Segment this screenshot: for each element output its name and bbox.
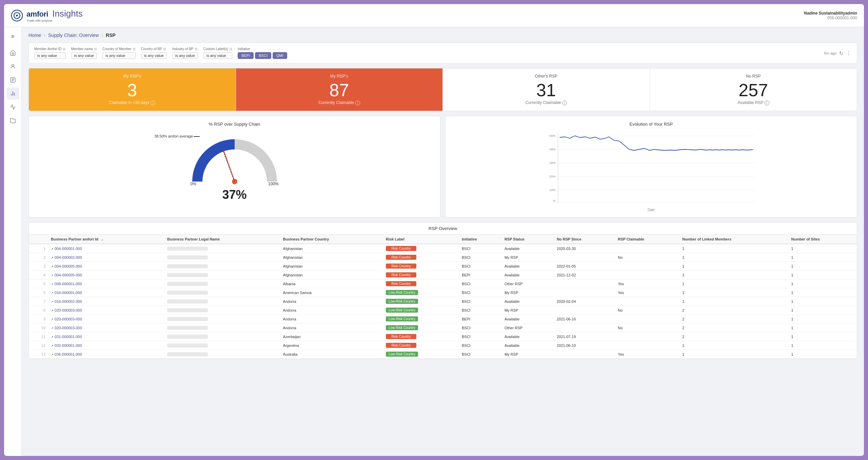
table-body: 1 ↗004-000001-000 Afghanistan Risk Count… — [29, 244, 857, 359]
bp-name — [164, 244, 280, 253]
table-row[interactable]: 8 ↗020-000003-000 Andorra Low-Risk Count… — [29, 306, 857, 315]
rsp-overview-table: RSP Overview Business Partner amfori Id … — [28, 222, 857, 359]
bp-id[interactable]: ↗036-000001-000 — [47, 350, 164, 359]
refresh-icon[interactable]: ↻ — [839, 50, 843, 56]
filter-value-country-bp[interactable]: is any value — [141, 52, 167, 59]
sidebar-item-reports[interactable] — [7, 74, 19, 86]
initiative-btn-qmi[interactable]: QMI — [273, 52, 287, 59]
no-rsp-since — [553, 253, 614, 262]
card-title-3: No RSP — [655, 74, 852, 79]
initiative-btn-bsci[interactable]: BSCI — [255, 52, 271, 59]
table-row[interactable]: 4 ↗004-000005-000 Afghanistan Risk Count… — [29, 271, 857, 279]
table-row[interactable]: 5 ↗008-000001-000 Albania Risk Country B… — [29, 279, 857, 288]
line-chart-card: Evolution of Your RSP 50% 40% 30% 20% 10… — [445, 116, 857, 217]
table-row[interactable]: 1 ↗004-000001-000 Afghanistan Risk Count… — [29, 244, 857, 253]
table-row[interactable]: 7 ↗016-000002-000 Andorra Low-Risk Count… — [29, 297, 857, 306]
svg-text:March: March — [595, 205, 602, 205]
rsp-status: Available — [501, 297, 553, 306]
filter-value-custom[interactable]: is any value — [203, 52, 232, 59]
sidebar-item-home[interactable] — [7, 47, 19, 59]
sidebar-toggle-button[interactable]: ≡ — [7, 30, 19, 43]
filter-value-country-member[interactable]: is any value — [102, 52, 136, 59]
svg-point-3 — [12, 64, 14, 66]
table-row[interactable]: 6 ↗016-000001-000 American Samoa Low-Ris… — [29, 288, 857, 297]
sidebar-item-analytics[interactable] — [7, 87, 19, 100]
risk-label: Risk Country — [382, 253, 458, 262]
col-bp-id[interactable]: Business Partner amfori Id ▲ — [47, 235, 164, 244]
filter-label-initiative: Initiative — [238, 47, 287, 51]
filter-link-icon-6: ⛓ — [229, 47, 232, 51]
sidebar-item-files[interactable] — [7, 114, 19, 127]
num-sites: 1 — [788, 315, 857, 323]
breadcrumb-supply-chain[interactable]: Supply Chain: Overview — [48, 33, 99, 38]
rsp-claimable — [614, 341, 679, 350]
filter-value-member-name[interactable]: is any value — [71, 52, 97, 59]
row-num: 9 — [29, 315, 47, 323]
col-initiative[interactable]: Initiative — [458, 235, 501, 244]
linked-members: 1 — [679, 253, 788, 262]
bp-id[interactable]: ↗004-000005-000 — [47, 271, 164, 279]
bp-id[interactable]: ↗020-000003-000 — [47, 306, 164, 315]
more-options-icon[interactable]: ⋮ — [846, 50, 851, 56]
rsp-status: Other RSP — [501, 323, 553, 332]
bp-id[interactable]: ↗004-000001-000 — [47, 244, 164, 253]
card-info-icon-3[interactable]: i — [765, 101, 769, 105]
bp-id[interactable]: ↗016-000001-000 — [47, 288, 164, 297]
card-subtitle-3: Available RSP i — [655, 100, 852, 105]
num-sites: 1 — [788, 323, 857, 332]
bp-id[interactable]: ↗020-000003-000 — [47, 315, 164, 323]
bp-name — [164, 279, 280, 288]
sidebar-item-charts[interactable] — [7, 101, 19, 113]
col-rsp-claimable[interactable]: RSP Claimable — [614, 235, 679, 244]
bp-id[interactable]: ↗004-000005-000 — [47, 262, 164, 271]
rsp-claimable — [614, 271, 679, 279]
initiative-btn-bepi[interactable]: BEPI — [238, 52, 254, 59]
table-row[interactable]: 3 ↗004-000005-000 Afghanistan Risk Count… — [29, 262, 857, 271]
col-risk-label[interactable]: Risk Label — [382, 235, 458, 244]
sidebar: ≡ — [4, 27, 22, 456]
table-row[interactable]: 12 ↗032-000001-000 Argentina Risk Countr… — [29, 341, 857, 350]
linked-members: 1 — [679, 279, 788, 288]
bp-id[interactable]: ↗016-000002-000 — [47, 297, 164, 306]
bp-country: Afghanistan — [280, 262, 382, 271]
sidebar-item-profile[interactable] — [7, 60, 19, 72]
table-row[interactable]: 2 ↗004-000002-000 Afghanistan Risk Count… — [29, 253, 857, 262]
rsp-status: My RSP — [501, 350, 553, 359]
bp-id[interactable]: ↗032-000001-000 — [47, 341, 164, 350]
col-rsp-status[interactable]: RSP Status — [501, 235, 553, 244]
bp-id[interactable]: ↗004-000002-000 — [47, 253, 164, 262]
rsp-claimable: No — [614, 253, 679, 262]
rsp-claimable — [614, 332, 679, 341]
card-info-icon-0[interactable]: i — [151, 101, 155, 105]
filter-value-member-amfori-id[interactable]: is any value — [34, 52, 66, 59]
card-info-icon-2[interactable]: i — [562, 101, 567, 105]
table-row[interactable]: 10 ↗020-000003-000 Andorra Low-Risk Coun… — [29, 323, 857, 332]
card-value-0: 3 — [34, 81, 230, 99]
breadcrumb-home[interactable]: Home — [28, 33, 41, 38]
initiative: BSCI — [458, 262, 501, 271]
table-row[interactable]: 11 ↗031-000001-000 Azerbaijan Risk Count… — [29, 332, 857, 341]
row-num: 1 — [29, 244, 47, 253]
svg-text:January '22: January '22 — [732, 205, 747, 205]
tagline: Trade with purpose — [26, 19, 83, 22]
col-bp-country[interactable]: Business Partner Country — [280, 235, 382, 244]
col-linked-members[interactable]: Number of Linked Members — [679, 235, 788, 244]
table-row[interactable]: 13 ↗036-000001-000 Australia Low-Risk Co… — [29, 350, 857, 359]
col-no-rsp-since[interactable]: No RSP Since — [553, 235, 614, 244]
filter-link-icon-4: ⛓ — [163, 47, 166, 51]
linked-members: 2 — [679, 332, 788, 341]
filter-value-industry-bp[interactable]: is any value — [172, 52, 198, 59]
bp-name — [164, 306, 280, 315]
table-row[interactable]: 9 ↗020-000003-000 Andorra Low-Risk Count… — [29, 315, 857, 323]
bp-id[interactable]: ↗020-000003-000 — [47, 323, 164, 332]
card-info-icon-1[interactable]: i — [355, 101, 360, 105]
charts-row: % RSP over Supply Chain 38.50% amfori av… — [28, 116, 857, 217]
col-sites[interactable]: Number of Sites — [788, 235, 857, 244]
num-sites: 1 — [788, 332, 857, 341]
col-bp-name[interactable]: Business Partner Legal Name — [164, 235, 280, 244]
filter-country-bp: Country of BP ⛓ is any value — [141, 47, 167, 59]
bp-id[interactable]: ↗031-000001-000 — [47, 332, 164, 341]
summary-card-no-rsp: No RSP 257 Available RSP i — [650, 68, 857, 111]
filter-link-icon: ⛓ — [63, 47, 66, 51]
bp-id[interactable]: ↗008-000001-000 — [47, 279, 164, 288]
